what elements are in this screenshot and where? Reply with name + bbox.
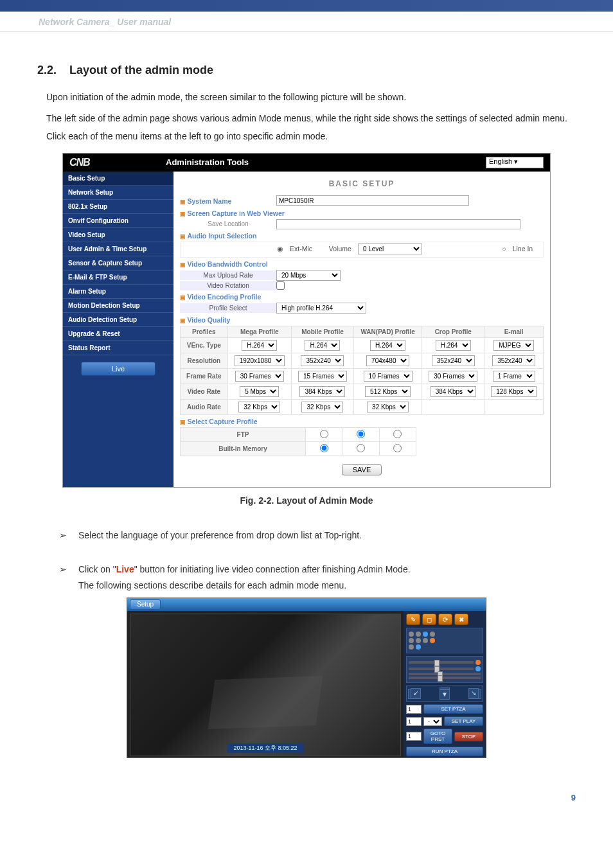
dpad-down-right[interactable]: ↘ (468, 688, 479, 698)
vr-mega[interactable]: 5 Mbps (240, 386, 279, 397)
sidebar-item-basic-setup[interactable]: Basic Setup (63, 172, 173, 186)
ftp-label: FTP (181, 427, 306, 441)
ftp-radio-1[interactable] (320, 430, 328, 438)
ar-wan[interactable]: 32 Kbps (367, 402, 409, 412)
fr-wan[interactable]: 10 Frames (364, 371, 413, 382)
profile-select-row: Profile Select High profile H.264 (180, 303, 544, 314)
bullet-arrow-icon: ➢ (59, 562, 78, 578)
res-mobile[interactable]: 352x240 (301, 355, 344, 366)
video-rotation-checkbox[interactable] (276, 281, 285, 290)
sidebar-item-status-report[interactable]: Status Report (63, 341, 173, 355)
sidebar-item-user-admin-time[interactable]: User Admin & Time Setup (63, 242, 173, 256)
live-side-panel: ✎ ◻ ⟳ ✖ ↖ ▲ (404, 611, 486, 758)
admin-main: BASIC SETUP System Name Screen Capture i… (173, 172, 550, 487)
setup-button[interactable]: Setup (130, 599, 161, 610)
volume-select[interactable]: 0 Level (358, 244, 422, 254)
admin-screenshot: CNB Administration Tools English ▾ Basic… (62, 153, 551, 488)
profile-select-label: Profile Select (180, 303, 276, 313)
live-button[interactable]: Live (81, 362, 155, 376)
live-video-area: 2013-11-16 오후 8:05:22 (130, 614, 401, 756)
ftp-radio-3[interactable] (393, 430, 402, 438)
sidebar-item-video-setup[interactable]: Video Setup (63, 228, 173, 242)
ar-mega[interactable]: 32 Kbps (238, 402, 280, 412)
line-in-radio[interactable]: ○ (502, 245, 506, 252)
section-number: 2.2. (37, 64, 57, 76)
venc-crop[interactable]: H.264 (436, 340, 471, 351)
dpad-down-left[interactable]: ↙ (411, 688, 421, 698)
profile-select[interactable]: High profile H.264 (276, 303, 366, 314)
save-location-label: Save Location (180, 220, 276, 227)
system-name-input[interactable] (276, 195, 469, 206)
vr-mobile[interactable]: 384 Kbps (299, 386, 345, 397)
sidebar-item-sensor-capture[interactable]: Sensor & Capture Setup (63, 256, 173, 270)
save-button[interactable]: SAVE (342, 464, 382, 475)
video-rotation-row: Video Rotation (180, 281, 544, 290)
ftp-radio-2[interactable] (357, 430, 365, 438)
section-title: 2.2. Layout of the admin mode (37, 64, 576, 77)
preset-input-1[interactable] (406, 705, 422, 714)
venc-mega[interactable]: H.264 (242, 340, 277, 351)
vr-email[interactable]: 128 Kbps (491, 386, 537, 397)
preset-select[interactable]: - (423, 717, 442, 726)
max-upload-select[interactable]: 20 Mbps (276, 270, 341, 281)
venc-mobile[interactable]: H.264 (305, 340, 340, 351)
vr-crop[interactable]: 384 Kbps (431, 386, 476, 397)
slider-dot-1[interactable] (475, 660, 481, 665)
goto-preset-button[interactable]: GOTO PRST (423, 729, 452, 744)
admin-sidebar: Basic Setup Network Setup 802.1x Setup O… (63, 172, 173, 487)
venc-wan[interactable]: H.264 (370, 340, 405, 351)
sidebar-item-network-setup[interactable]: Network Setup (63, 186, 173, 200)
tool-icon-3[interactable]: ⟳ (438, 614, 452, 625)
sidebar-item-alarm-setup[interactable]: Alarm Setup (63, 285, 173, 299)
sidebar-item-upgrade-reset[interactable]: Upgrade & Reset (63, 327, 173, 341)
live-body: 2013-11-16 오후 8:05:22 ✎ ◻ ⟳ ✖ (127, 611, 486, 758)
ar-mobile[interactable]: 32 Kbps (301, 402, 343, 412)
language-select[interactable]: English ▾ (486, 157, 544, 168)
res-crop[interactable]: 352x240 (432, 355, 475, 366)
stop-button[interactable]: STOP (454, 732, 483, 741)
tool-icon-1[interactable]: ✎ (406, 614, 420, 625)
sidebar-item-8021x-setup[interactable]: 802.1x Setup (63, 200, 173, 214)
dpad-down[interactable]: ▼ (440, 689, 450, 700)
sidebar-item-motion-detection[interactable]: Motion Detection Setup (63, 299, 173, 313)
slider-2[interactable] (409, 668, 474, 670)
bullet-2-line2: The following sections describe details … (78, 578, 576, 594)
slider-3[interactable] (409, 673, 481, 675)
bullet-2-text: Click on "Live" button for initiating li… (78, 562, 576, 594)
venc-email[interactable]: MJPEG (493, 340, 534, 351)
res-wan[interactable]: 704x480 (366, 355, 409, 366)
set-play-button[interactable]: SET PLAY (444, 716, 483, 726)
mem-radio-2[interactable] (357, 444, 365, 452)
tool-icon-2[interactable]: ◻ (422, 614, 436, 625)
slider-1[interactable] (409, 661, 474, 664)
ext-mic-radio[interactable]: ◉ (277, 245, 283, 252)
slider-4[interactable] (409, 677, 481, 679)
mem-radio-1[interactable] (320, 444, 328, 452)
res-email[interactable]: 352x240 (492, 355, 535, 366)
fr-mega[interactable]: 30 Frames (235, 371, 284, 382)
intro-para-1: Upon initiation of the admin mode, the s… (46, 89, 576, 106)
set-ptz-button[interactable]: SET PTZA (423, 704, 483, 714)
run-ptz-button[interactable]: RUN PTZA (406, 747, 483, 756)
vr-wan[interactable]: 512 Kbps (365, 386, 411, 397)
res-mega[interactable]: 1920x1080 (235, 355, 285, 366)
preset-input-3[interactable] (406, 732, 422, 741)
preset-input-2[interactable] (406, 717, 422, 726)
mem-radio-3[interactable] (393, 444, 402, 452)
fr-mobile[interactable]: 15 Frames (298, 371, 347, 382)
capture-profile-label: Select Capture Profile (180, 415, 544, 427)
volume-label: Volume (329, 245, 351, 252)
doc-header: Network Camera_ User manual (0, 12, 613, 31)
line-in-label: Line In (513, 245, 533, 252)
slider-dot-2[interactable] (475, 666, 481, 671)
fr-email[interactable]: 1 Frame (493, 371, 535, 382)
sidebar-item-audio-detection[interactable]: Audio Detection Setup (63, 313, 173, 327)
sidebar-item-onvif-config[interactable]: Onvif Configuration (63, 214, 173, 228)
fr-crop[interactable]: 30 Frames (429, 371, 477, 382)
save-location-row: Save Location (180, 219, 544, 229)
tool-icon-4[interactable]: ✖ (454, 614, 468, 625)
sidebar-item-email-ftp[interactable]: E-Mail & FTP Setup (63, 270, 173, 285)
row-ar-label: Audio Rate (181, 399, 228, 414)
row-res-label: Resolution (181, 353, 228, 368)
save-location-input[interactable] (276, 219, 520, 229)
